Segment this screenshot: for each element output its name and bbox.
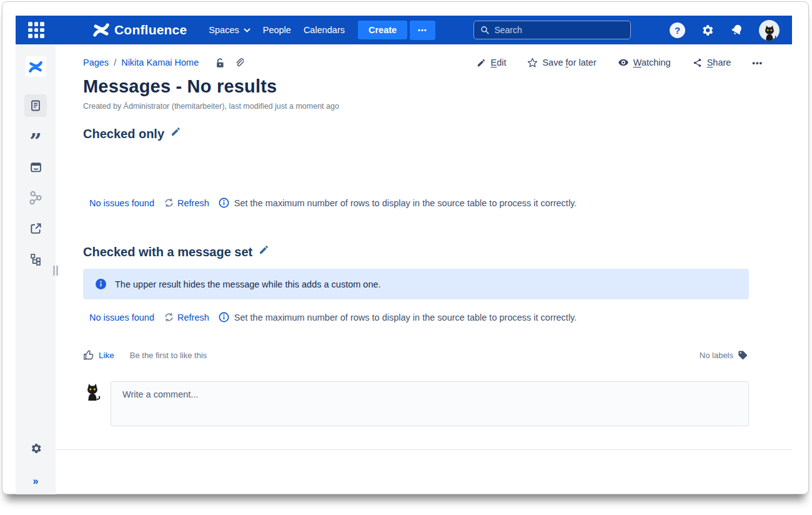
macro-hint-text: Set the maximum number of rows to displa… — [234, 198, 577, 208]
share-icon — [692, 58, 703, 68]
star-icon — [527, 58, 538, 68]
confluence-app: Confluence Spaces People Calendars — [16, 16, 792, 494]
sidebar-item-share-links[interactable] — [24, 186, 47, 209]
sidebar-item-page-tree[interactable] — [24, 248, 47, 270]
calendar-icon — [29, 161, 42, 174]
pages-doc-icon — [29, 99, 42, 112]
comment-input[interactable] — [111, 381, 749, 426]
refresh-link[interactable]: Refresh — [177, 312, 209, 322]
section-2-title: Checked with a message set — [83, 245, 252, 259]
info-filled-icon — [96, 279, 106, 289]
content-footer-divider — [56, 449, 792, 479]
linked-nodes-icon — [28, 190, 43, 206]
nav-calendars-label: Calendars — [304, 25, 345, 35]
app-switcher-icon[interactable] — [28, 22, 44, 38]
search-box[interactable] — [473, 21, 631, 39]
info-outline-icon — [219, 312, 229, 322]
unlocked-restrictions-icon[interactable] — [215, 58, 225, 68]
user-avatar[interactable] — [759, 20, 780, 41]
no-labels-text: No labels — [700, 351, 733, 360]
section-1-title: Checked only — [83, 127, 164, 141]
macro-hint-text: Set the maximum number of rows to displa… — [234, 312, 577, 322]
external-link-icon — [29, 222, 42, 235]
search-icon — [480, 25, 489, 35]
confluence-mark-icon — [93, 22, 109, 38]
share-button[interactable]: Share — [692, 58, 731, 68]
search-input[interactable] — [494, 25, 624, 35]
help-icon[interactable]: ? — [670, 22, 685, 38]
heading-edit-pencil-icon[interactable] — [259, 244, 269, 255]
first-like-text: Be the first to like this — [130, 351, 207, 360]
nav-more-button[interactable]: ••• — [410, 21, 435, 40]
breadcrumb-current-link[interactable]: Nikita Kamai Home — [121, 58, 199, 68]
chevron-down-icon — [244, 28, 250, 32]
edit-label: Edit — [490, 58, 506, 68]
nav-menu: Spaces People Calendars Create ••• — [202, 21, 435, 40]
no-issues-found-link[interactable]: No issues found — [89, 198, 154, 208]
info-panel-text: The upper result hides the message while… — [115, 279, 381, 289]
space-sidebar: ” — [16, 44, 56, 494]
refresh-icon[interactable] — [164, 312, 174, 322]
save-for-later-button[interactable]: Save for later — [527, 58, 596, 68]
breadcrumb: Pages / Nikita Kamai Home — [83, 57, 244, 68]
page-actions: Edit Save for later — [477, 57, 763, 68]
nav-item-spaces[interactable]: Spaces — [202, 21, 256, 39]
comment-avatar-cat-icon — [83, 382, 102, 401]
thumbs-up-icon[interactable] — [83, 349, 94, 361]
confluence-space-icon — [29, 60, 42, 74]
refresh-icon[interactable] — [164, 198, 174, 208]
sidebar-expand-button[interactable]: » — [33, 476, 39, 487]
info-outline-icon — [219, 198, 229, 208]
attachments-paperclip-icon[interactable] — [234, 57, 244, 68]
notifications-bell-icon[interactable] — [727, 20, 746, 39]
page-title: Messages - No results — [83, 76, 763, 97]
sidebar-item-external-link[interactable] — [24, 217, 47, 239]
watching-button[interactable]: Watching — [618, 57, 671, 68]
heading-edit-pencil-icon[interactable] — [171, 126, 181, 137]
like-button[interactable]: Like — [99, 351, 114, 360]
like-labels-row: Like Be the first to like this No labels — [83, 349, 748, 361]
tree-structure-icon — [29, 252, 42, 266]
watching-eye-icon — [618, 57, 629, 68]
page-frame: Confluence Spaces People Calendars — [2, 1, 809, 494]
edit-pencil-icon — [477, 58, 486, 68]
breadcrumb-pages-link[interactable]: Pages — [83, 58, 109, 68]
info-panel: The upper result hides the message while… — [83, 269, 749, 299]
admin-gear-icon[interactable] — [700, 23, 715, 38]
nav-item-people[interactable]: People — [257, 21, 297, 39]
page-byline: Created by Ädministrator (themitarbeiter… — [83, 102, 763, 111]
sidebar-space-settings[interactable] — [24, 437, 47, 459]
page-content: Pages / Nikita Kamai Home — [56, 44, 792, 494]
nav-spaces-label: Spaces — [209, 25, 239, 35]
body-row: ” — [16, 44, 792, 494]
label-tag-icon[interactable] — [738, 350, 748, 360]
save-for-later-label: Save for later — [542, 58, 596, 68]
nav-icons: ? — [670, 20, 780, 41]
top-navigation: Confluence Spaces People Calendars — [16, 16, 792, 44]
comment-row — [83, 381, 749, 426]
create-button[interactable]: Create — [358, 21, 407, 39]
section-heading-message-set: Checked with a message set — [83, 245, 763, 259]
space-settings-gear-icon — [29, 442, 42, 455]
quote-icon: ” — [29, 127, 42, 146]
nav-people-label: People — [263, 25, 291, 35]
share-label: Share — [707, 58, 731, 68]
section-heading-checked-only: Checked only — [83, 127, 763, 141]
product-name: Confluence — [114, 22, 187, 38]
edit-button[interactable]: Edit — [477, 58, 506, 68]
confluence-home-logo[interactable]: Confluence — [93, 22, 187, 38]
sidebar-item-pages[interactable] — [24, 94, 47, 117]
no-issues-found-link[interactable]: No issues found — [89, 312, 154, 322]
nav-item-calendars[interactable]: Calendars — [297, 21, 351, 39]
breadcrumb-separator: / — [114, 58, 116, 68]
sidebar-item-blog[interactable]: ” — [24, 125, 47, 148]
watching-label: Watching — [633, 58, 671, 68]
macro-result-row-2: No issues found Refresh — [89, 312, 763, 322]
labels-area: No labels — [700, 350, 748, 360]
sidebar-space-logo[interactable] — [26, 56, 46, 77]
page-header-row: Pages / Nikita Kamai Home — [83, 57, 763, 68]
macro-result-row-1: No issues found Refresh — [89, 198, 763, 208]
refresh-link[interactable]: Refresh — [177, 198, 209, 208]
sidebar-item-calendars[interactable] — [24, 156, 47, 178]
page-more-button[interactable]: ••• — [752, 58, 763, 68]
